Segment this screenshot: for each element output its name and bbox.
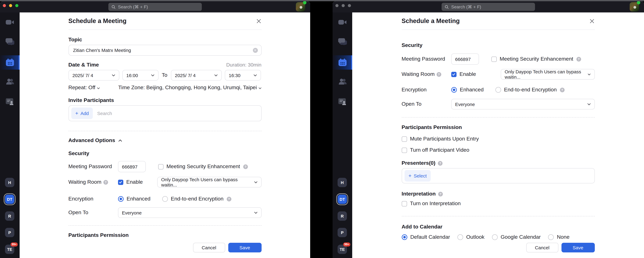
help-icon[interactable]: ? [226, 197, 231, 201]
calendar-icon [338, 59, 347, 66]
user-avatar[interactable] [296, 2, 305, 11]
online-status-dot [303, 1, 306, 4]
calendar-option-label: Google Calendar [500, 234, 540, 240]
cancel-button[interactable]: Cancel [193, 243, 225, 253]
cancel-button[interactable]: Cancel [526, 243, 558, 253]
datetime-label: Date & Time [68, 62, 99, 68]
whiteboard-docs-icon[interactable] [338, 98, 346, 105]
minimize-window-button[interactable] [9, 4, 12, 7]
help-icon[interactable]: ? [103, 180, 108, 184]
save-button[interactable]: Save [228, 243, 262, 253]
calendar-option-label: Default Calendar [410, 234, 450, 240]
workspace-avatar-h[interactable]: H [338, 178, 347, 187]
participant-search-placeholder[interactable]: Search [97, 111, 112, 116]
start-date-select[interactable]: 2025/ 7/ 4 [68, 70, 119, 81]
open-to-select[interactable]: Everyone [451, 99, 595, 110]
radio-unselected[interactable] [548, 234, 554, 240]
user-avatar[interactable] [630, 2, 639, 11]
waiting-room-enable-checkbox[interactable] [451, 72, 456, 77]
security-enhancement-checkbox[interactable] [158, 164, 163, 169]
chat-icon[interactable] [6, 38, 14, 45]
search-placeholder: Search (⌘ + F) [118, 4, 148, 9]
workspace-avatar-r[interactable]: R [5, 211, 14, 221]
waiting-room-label: Waiting Room [68, 179, 101, 185]
radio-selected[interactable] [402, 234, 407, 240]
plus-icon: + [75, 111, 78, 116]
chat-icon[interactable] [338, 38, 347, 45]
global-search-input[interactable]: Search (⌘ + F) [108, 3, 202, 11]
avatar-label: H [341, 180, 344, 185]
calendar-option-google[interactable]: Google Calendar [492, 234, 540, 240]
security-enhancement-checkbox[interactable] [491, 56, 496, 62]
waiting-room-option-value: Only Daypop Tech Users can bypass waitin… [505, 69, 588, 80]
minimize-window-button[interactable] [342, 4, 345, 7]
waiting-room-option-select[interactable]: Only Daypop Tech Users can bypass waitin… [500, 69, 595, 80]
advanced-options-toggle[interactable]: Advanced Options [68, 137, 115, 144]
help-icon[interactable]: ? [436, 72, 441, 77]
calendar-option-default[interactable]: Default Calendar [402, 234, 450, 240]
radio-unselected[interactable] [492, 234, 498, 240]
help-icon[interactable]: ? [438, 161, 442, 165]
avatar-label: H [8, 180, 11, 185]
timezone-select[interactable]: Time Zone: Beijing, Chongqing, Hong Kong… [118, 85, 262, 91]
open-to-select[interactable]: Everyone [118, 207, 262, 218]
workspace-avatar-te[interactable]: TE 99+ [5, 245, 14, 254]
chevron-up-icon[interactable] [118, 139, 122, 142]
whiteboard-docs-icon[interactable] [6, 98, 14, 105]
workspace-avatar-h[interactable]: H [5, 178, 14, 187]
close-dialog-icon[interactable] [589, 18, 595, 24]
contacts-icon[interactable] [6, 78, 14, 85]
waiting-room-option-select[interactable]: Only Daypop Tech Users can bypass waitin… [157, 177, 262, 187]
save-button[interactable]: Save [561, 243, 595, 253]
workspace-avatar-te[interactable]: TE 99+ [338, 245, 347, 254]
start-date-value: 2025/ 7/ 4 [72, 73, 93, 78]
start-time-select[interactable]: 16:00 [122, 70, 158, 81]
chevron-down-icon [112, 74, 115, 76]
turn-off-video-checkbox[interactable] [402, 147, 407, 153]
help-icon[interactable]: ? [438, 192, 443, 196]
select-presenters-button[interactable]: + Select [404, 170, 431, 182]
open-to-label: Open To [402, 101, 422, 107]
global-search-input[interactable]: Search (⌘ + F) [442, 3, 535, 11]
e2e-encryption-radio[interactable] [162, 196, 168, 202]
add-participant-button[interactable]: + Add [71, 108, 93, 119]
end-time-select[interactable]: 16:30 [225, 70, 261, 81]
contacts-icon[interactable] [338, 78, 347, 85]
avatar-label: DT [340, 197, 345, 202]
close-window-button[interactable] [336, 4, 338, 7]
help-icon[interactable]: ? [576, 57, 581, 61]
zoom-window-button[interactable] [348, 4, 351, 7]
workspace-avatar-dt-current[interactable]: DT [338, 195, 347, 204]
mute-on-entry-checkbox[interactable] [402, 136, 407, 141]
end-date-select[interactable]: 2025/ 7/ 4 [171, 70, 222, 81]
zoom-window-button[interactable] [15, 4, 18, 7]
help-icon[interactable]: ? [560, 88, 564, 92]
workspace-avatar-dt-current[interactable]: DT [5, 195, 14, 204]
workspace-avatar-p[interactable]: P [5, 228, 14, 237]
repeat-select[interactable]: Repeat: Off [68, 85, 100, 91]
e2e-encryption-radio[interactable] [495, 87, 501, 93]
meeting-password-input[interactable] [118, 161, 146, 172]
radio-unselected[interactable] [458, 234, 463, 240]
enable-label: Enable [126, 179, 143, 185]
calendar-option-outlook[interactable]: Outlook [458, 234, 484, 240]
home-meetings-icon[interactable] [338, 19, 346, 25]
workspace-avatar-r[interactable]: R [338, 211, 347, 221]
enhanced-encryption-radio[interactable] [118, 196, 124, 202]
app-window-active: Search (⌘ + F) H DT R P TE [0, 1, 310, 258]
security-heading: Security [68, 150, 262, 157]
workspace-avatar-p[interactable]: P [338, 228, 347, 237]
close-dialog-icon[interactable] [256, 18, 262, 24]
enhanced-encryption-radio[interactable] [451, 87, 457, 93]
calendar-option-none[interactable]: None [548, 234, 570, 240]
home-meetings-icon[interactable] [6, 19, 14, 25]
sidebar-item-calendar-selected[interactable] [0, 55, 20, 70]
help-icon[interactable]: ? [243, 164, 248, 169]
close-window-button[interactable] [3, 4, 6, 7]
clear-topic-icon[interactable]: ✕ [253, 48, 258, 53]
meeting-password-input[interactable] [451, 53, 479, 65]
sidebar-item-calendar-selected[interactable] [332, 55, 352, 70]
topic-input[interactable] [68, 45, 262, 56]
turn-on-interpretation-checkbox[interactable] [402, 201, 407, 206]
waiting-room-enable-checkbox[interactable] [118, 179, 123, 185]
